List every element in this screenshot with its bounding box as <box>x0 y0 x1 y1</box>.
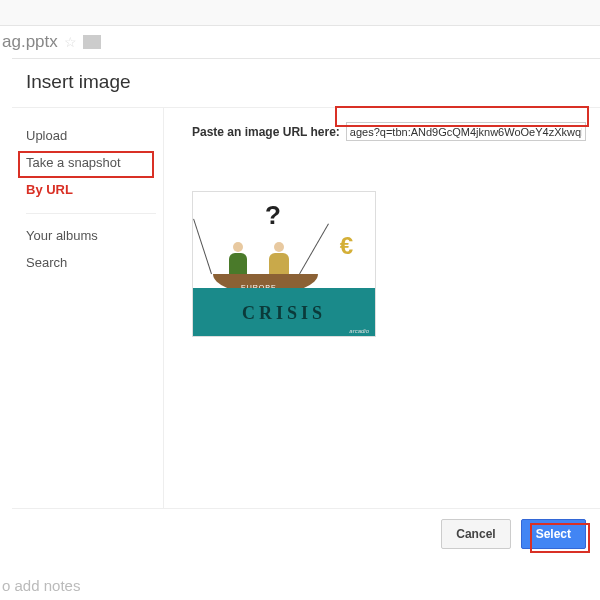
url-row: Paste an image URL here: <box>192 122 586 141</box>
file-bar: ag.pptx ☆ <box>0 26 600 54</box>
fishing-rod-icon <box>193 219 212 274</box>
url-label: Paste an image URL here: <box>192 125 340 139</box>
dialog-sidebar: Upload Take a snapshot By URL Your album… <box>12 108 164 508</box>
crisis-text: CRISIS <box>193 303 375 324</box>
preview-image: ? € EUROPE CRISIS arcadio <box>192 191 376 337</box>
fishing-rod-icon <box>299 224 329 275</box>
dialog-main: Paste an image URL here: ? € EUROPE CRIS… <box>164 108 600 508</box>
cancel-button[interactable]: Cancel <box>441 519 510 549</box>
euro-icon: € <box>340 232 353 260</box>
dialog-footer: Cancel Select <box>12 508 600 558</box>
sidebar-item-search[interactable]: Search <box>26 249 163 276</box>
star-icon[interactable]: ☆ <box>64 34 77 50</box>
select-button[interactable]: Select <box>521 519 586 549</box>
file-name[interactable]: ag.pptx <box>2 32 58 52</box>
dialog-title: Insert image <box>12 59 600 107</box>
sidebar-item-upload[interactable]: Upload <box>26 122 163 149</box>
sidebar-divider <box>26 213 156 214</box>
dialog-body: Upload Take a snapshot By URL Your album… <box>12 107 600 508</box>
sidebar-item-by-url[interactable]: By URL <box>26 176 163 203</box>
notes-placeholder[interactable]: o add notes <box>2 577 80 594</box>
url-input[interactable] <box>346 122 586 141</box>
question-mark-icon: ? <box>265 200 281 231</box>
sidebar-item-snapshot[interactable]: Take a snapshot <box>26 149 163 176</box>
credit-text: arcadio <box>349 328 369 334</box>
browser-top-bar <box>0 0 600 26</box>
sidebar-item-albums[interactable]: Your albums <box>26 222 163 249</box>
folder-icon[interactable] <box>83 35 101 49</box>
image-preview: ? € EUROPE CRISIS arcadio <box>192 191 586 337</box>
insert-image-dialog: Insert image Upload Take a snapshot By U… <box>12 58 600 558</box>
